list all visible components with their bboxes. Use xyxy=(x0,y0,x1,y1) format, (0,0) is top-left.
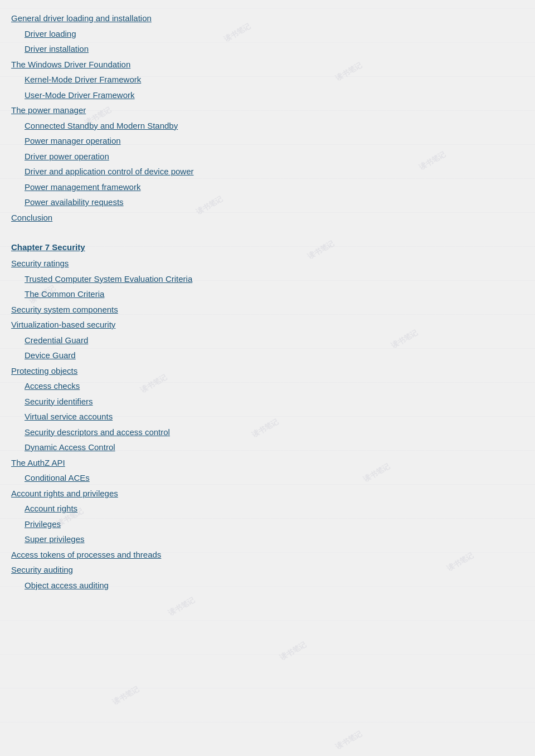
toc-link-power-management-framework[interactable]: Power management framework xyxy=(25,182,140,192)
toc-link-security-identifiers[interactable]: Security identifiers xyxy=(25,397,93,406)
toc-link-common-criteria[interactable]: The Common Criteria xyxy=(25,289,104,299)
toc-link-security-ratings[interactable]: Security ratings xyxy=(11,258,69,268)
toc-link-protecting-objects[interactable]: Protecting objects xyxy=(11,366,77,375)
toc-item: The AuthZ API xyxy=(11,456,524,470)
toc-item: Account rights xyxy=(25,501,524,516)
toc-link-power-manager[interactable]: The power manager xyxy=(11,105,86,115)
toc-item: Security system components xyxy=(11,303,524,317)
toc-link-account-rights[interactable]: Account rights xyxy=(25,504,77,513)
toc-item: Kernel-Mode Driver Framework xyxy=(25,72,524,87)
toc-link-driver-installation[interactable]: Driver installation xyxy=(25,44,89,53)
toc-item: Virtualization-based security xyxy=(11,318,524,332)
toc-item: Trusted Computer System Evaluation Crite… xyxy=(25,272,524,286)
toc-item: Driver loading xyxy=(25,27,524,41)
toc-item: Power availability requests xyxy=(25,195,524,209)
toc-item: Device Guard xyxy=(25,348,524,363)
toc-item: Power management framework xyxy=(25,180,524,194)
toc-item: Driver installation xyxy=(25,42,524,56)
toc-link-privileges[interactable]: Privileges xyxy=(25,519,61,529)
toc-item: Privileges xyxy=(25,517,524,531)
toc-item: Security descriptors and access control xyxy=(25,425,524,440)
toc-link-security-descriptors[interactable]: Security descriptors and access control xyxy=(25,427,170,437)
toc-link-security-auditing[interactable]: Security auditing xyxy=(11,565,73,574)
toc-link-driver-app-control[interactable]: Driver and application control of device… xyxy=(25,167,194,176)
toc-link-super-privileges[interactable]: Super privileges xyxy=(25,534,85,544)
toc-link-user-mode-driver-framework[interactable]: User-Mode Driver Framework xyxy=(25,90,135,100)
toc-link-chapter-7-security[interactable]: Chapter 7 Security xyxy=(11,242,85,252)
toc-link-account-rights-privileges[interactable]: Account rights and privileges xyxy=(11,489,118,498)
toc-item: The Windows Driver Foundation xyxy=(11,57,524,72)
toc-item: Account rights and privileges xyxy=(11,486,524,501)
toc-item: Dynamic Access Control xyxy=(25,440,524,455)
toc-link-virtual-service-accounts[interactable]: Virtual service accounts xyxy=(25,412,113,421)
toc-link-access-checks[interactable]: Access checks xyxy=(25,381,80,391)
toc-link-conditional-aces[interactable]: Conditional ACEs xyxy=(25,473,90,482)
toc-link-power-manager-operation[interactable]: Power manager operation xyxy=(25,136,121,145)
toc-link-credential-guard[interactable]: Credential Guard xyxy=(25,335,88,345)
toc-link-driver-power-operation[interactable]: Driver power operation xyxy=(25,152,109,161)
toc-link-security-system-components[interactable]: Security system components xyxy=(11,305,118,314)
toc-link-access-tokens[interactable]: Access tokens of processes and threads xyxy=(11,550,161,559)
toc-item: Power manager operation xyxy=(25,134,524,148)
toc-link-device-guard[interactable]: Device Guard xyxy=(25,350,76,360)
toc-link-connected-standby[interactable]: Connected Standby and Modern Standby xyxy=(25,121,178,130)
toc-item: Security auditing xyxy=(11,563,524,577)
toc-link-power-availability-requests[interactable]: Power availability requests xyxy=(25,197,124,207)
toc-item: Virtual service accounts xyxy=(25,409,524,424)
toc-link-authz-api[interactable]: The AuthZ API xyxy=(11,458,65,467)
toc-item: Security ratings xyxy=(11,256,524,271)
toc-link-dynamic-access-control[interactable]: Dynamic Access Control xyxy=(25,442,115,452)
toc-item: Driver power operation xyxy=(25,149,524,164)
toc-item: Connected Standby and Modern Standby xyxy=(25,119,524,133)
toc-link-kernel-mode-driver-framework[interactable]: Kernel-Mode Driver Framework xyxy=(25,75,141,84)
toc-item: Credential Guard xyxy=(25,333,524,348)
toc-item: The power manager xyxy=(11,103,524,118)
chapter-heading: Chapter 7 Security xyxy=(11,242,524,252)
toc-item: Protecting objects xyxy=(11,364,524,378)
toc-link-virtualization-based-security[interactable]: Virtualization-based security xyxy=(11,320,115,329)
toc-content: General driver loading and installationD… xyxy=(11,6,524,598)
toc-link-object-access-auditing[interactable]: Object access auditing xyxy=(25,581,109,590)
section-gap xyxy=(11,226,524,232)
toc-item: Conditional ACEs xyxy=(25,471,524,485)
toc-item: The Common Criteria xyxy=(25,287,524,301)
toc-item: Conclusion xyxy=(11,211,524,225)
toc-item: Super privileges xyxy=(25,532,524,547)
toc-item: Security identifiers xyxy=(25,394,524,409)
toc-link-general-driver-loading[interactable]: General driver loading and installation xyxy=(11,13,152,23)
toc-item: Driver and application control of device… xyxy=(25,164,524,179)
toc-link-trusted-computer[interactable]: Trusted Computer System Evaluation Crite… xyxy=(25,274,192,284)
toc-item: User-Mode Driver Framework xyxy=(25,88,524,103)
toc-link-driver-loading[interactable]: Driver loading xyxy=(25,29,76,38)
toc-item: General driver loading and installation xyxy=(11,11,524,26)
toc-item: Access tokens of processes and threads xyxy=(11,548,524,562)
toc-link-conclusion[interactable]: Conclusion xyxy=(11,213,52,222)
toc-item: Object access auditing xyxy=(25,578,524,593)
toc-link-windows-driver-foundation[interactable]: The Windows Driver Foundation xyxy=(11,60,130,69)
toc-item: Access checks xyxy=(25,379,524,393)
